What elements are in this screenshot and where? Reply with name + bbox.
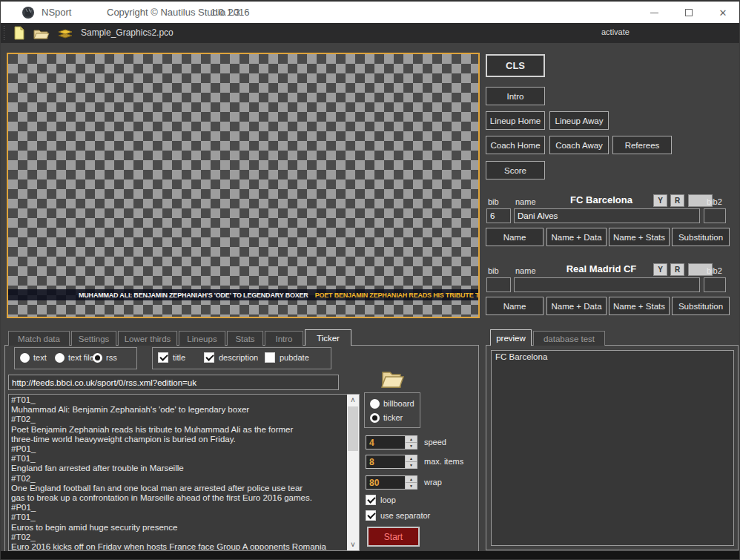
spin-down-icon[interactable]: ▼ bbox=[406, 483, 417, 489]
version-text: 1.0.1.3 bbox=[211, 7, 240, 18]
save-layers-icon[interactable] bbox=[57, 29, 73, 39]
nsport-logo-icon bbox=[22, 6, 35, 19]
home-yellow-card-button[interactable]: Y bbox=[653, 194, 667, 207]
radio-ticker[interactable] bbox=[370, 413, 380, 423]
radio-text-label: text bbox=[33, 353, 47, 362]
scroll-down-icon[interactable]: ˅ bbox=[347, 539, 359, 550]
coach-away-button[interactable]: Coach Away bbox=[549, 136, 609, 154]
app-window: NSport Copyright © Nautilus Studio 2016 … bbox=[0, 0, 740, 560]
checkbox-description-label: description bbox=[219, 353, 258, 362]
wrap-spinner-buttons[interactable]: ▲ ▼ bbox=[405, 475, 417, 490]
loaded-file-name: Sample_Graphics2.pco bbox=[81, 27, 174, 38]
maximize-button[interactable] bbox=[678, 4, 700, 21]
tab-lower-thirds[interactable]: Lower thirds bbox=[118, 331, 177, 346]
tab-stats[interactable]: Stats bbox=[227, 331, 263, 346]
ticker-preview-band: MUHAMMAD ALI: BENJAMIN ZEPHANIAH'S 'ODE'… bbox=[8, 289, 478, 300]
open-folder-icon[interactable] bbox=[33, 28, 50, 39]
checkbox-pubdate[interactable] bbox=[265, 352, 275, 363]
lineup-home-button[interactable]: Lineup Home bbox=[486, 111, 545, 130]
spin-down-icon[interactable]: ▼ bbox=[406, 443, 417, 449]
home-substitution-button[interactable]: Substitution bbox=[672, 228, 730, 246]
away-name-button[interactable]: Name bbox=[486, 297, 544, 315]
new-file-icon[interactable] bbox=[13, 26, 25, 40]
speed-spinner-buttons[interactable]: ▲ ▼ bbox=[405, 435, 417, 449]
checkbox-use-separator-label: use separator bbox=[380, 511, 430, 520]
radio-text-file[interactable] bbox=[55, 353, 65, 363]
tab-ticker[interactable]: Ticker bbox=[305, 329, 351, 346]
intro-button[interactable]: Intro bbox=[486, 87, 545, 105]
spin-down-icon[interactable]: ▼ bbox=[406, 462, 417, 468]
ticker-headline-yellow: POET BENJAMIN ZEPHANIAH READS HIS TRIBUT… bbox=[315, 291, 478, 299]
home-bib2-input[interactable] bbox=[704, 208, 726, 223]
feed-textarea[interactable]: #T01_ Muhammad Ali: Benjamin Zephaniah's… bbox=[8, 394, 360, 551]
rss-url-input[interactable] bbox=[8, 375, 339, 390]
tab-settings[interactable]: Settings bbox=[71, 331, 116, 346]
radio-billboard-label: billboard bbox=[383, 399, 414, 408]
scrollbar-thumb[interactable] bbox=[348, 406, 358, 451]
away-player-name-input[interactable] bbox=[514, 277, 700, 292]
max-items-spinner-buttons[interactable]: ▲ ▼ bbox=[405, 455, 417, 469]
away-name-label: name bbox=[515, 266, 536, 275]
lineup-away-button[interactable]: Lineup Away bbox=[549, 111, 609, 130]
scroll-up-icon[interactable]: ˄ bbox=[347, 395, 359, 406]
speed-spinner-input[interactable] bbox=[366, 435, 405, 449]
transparency-checkerboard: MUHAMMAD ALI: BENJAMIN ZEPHANIAH'S 'ODE'… bbox=[8, 54, 478, 317]
wrap-spinner-input[interactable] bbox=[366, 475, 405, 490]
home-name-stats-button[interactable]: Name + Stats bbox=[609, 228, 670, 246]
mode-groupbox bbox=[364, 392, 420, 428]
max-items-spinner-input[interactable] bbox=[366, 455, 405, 469]
browse-folder-icon[interactable] bbox=[380, 368, 404, 389]
referees-button[interactable]: Referees bbox=[612, 136, 672, 154]
preview-listbox[interactable]: FC Barcelona bbox=[491, 350, 734, 546]
tab-lineups[interactable]: Lineups bbox=[179, 331, 225, 346]
graphics-canvas: MUHAMMAD ALI: BENJAMIN ZEPHANIAH'S 'ODE'… bbox=[7, 53, 480, 318]
home-red-card-button[interactable]: R bbox=[670, 194, 684, 207]
cls-button[interactable]: CLS bbox=[486, 54, 545, 77]
tab-match-data[interactable]: Match data bbox=[8, 331, 70, 346]
checkbox-use-separator[interactable] bbox=[366, 510, 376, 521]
coach-home-button[interactable]: Coach Home bbox=[486, 136, 545, 154]
maximize-icon bbox=[685, 9, 693, 16]
radio-billboard[interactable] bbox=[370, 399, 380, 409]
away-bib-label: bib bbox=[488, 266, 499, 275]
tab-intro[interactable]: Intro bbox=[265, 331, 303, 346]
activate-button[interactable]: activate bbox=[601, 27, 630, 36]
radio-rss-label: rss bbox=[106, 353, 117, 362]
toolbar: Sample_Graphics2.pco activate bbox=[1, 23, 740, 43]
feed-text[interactable]: #T01_ Muhammad Ali: Benjamin Zephaniah's… bbox=[11, 395, 345, 550]
radio-rss[interactable] bbox=[93, 353, 102, 363]
tab-preview[interactable]: preview bbox=[490, 329, 532, 346]
home-name-data-button[interactable]: Name + Data bbox=[546, 228, 607, 246]
spin-up-icon[interactable]: ▲ bbox=[406, 436, 417, 443]
score-button[interactable]: Score bbox=[486, 161, 545, 179]
away-yellow-card-button[interactable]: Y bbox=[653, 263, 667, 276]
spin-up-icon[interactable]: ▲ bbox=[406, 455, 417, 462]
speed-label: speed bbox=[424, 438, 446, 447]
window-bottom-edge bbox=[1, 551, 740, 560]
radio-text[interactable] bbox=[20, 353, 30, 363]
feed-scrollbar[interactable]: ˄ ˅ bbox=[347, 395, 359, 550]
home-bib-input[interactable] bbox=[486, 208, 511, 223]
home-name-button[interactable]: Name bbox=[486, 228, 544, 246]
checkbox-description[interactable] bbox=[204, 352, 214, 363]
close-icon: ✕ bbox=[719, 7, 727, 19]
away-name-data-button[interactable]: Name + Data bbox=[546, 297, 607, 315]
close-button[interactable]: ✕ bbox=[712, 4, 734, 21]
home-player-name-input[interactable] bbox=[514, 208, 700, 223]
away-bib2-label: bib2 bbox=[707, 266, 722, 275]
away-bib-input[interactable] bbox=[486, 277, 511, 292]
start-button[interactable]: Start bbox=[367, 527, 420, 547]
checkbox-loop[interactable] bbox=[366, 495, 376, 505]
minimize-button[interactable] bbox=[643, 4, 665, 21]
away-substitution-button[interactable]: Substitution bbox=[672, 297, 730, 315]
away-name-stats-button[interactable]: Name + Stats bbox=[609, 297, 670, 315]
toolbar-gripper[interactable] bbox=[3, 26, 5, 40]
checkbox-title[interactable] bbox=[158, 352, 168, 363]
list-item[interactable]: FC Barcelona bbox=[492, 351, 733, 363]
home-team-name: FC Barcelona bbox=[535, 194, 668, 205]
away-bib2-input[interactable] bbox=[704, 277, 726, 292]
spin-up-icon[interactable]: ▲ bbox=[406, 476, 417, 483]
radio-text-file-label: text file bbox=[68, 353, 94, 362]
away-red-card-button[interactable]: R bbox=[670, 263, 684, 276]
tab-database-test[interactable]: database test bbox=[533, 331, 605, 346]
